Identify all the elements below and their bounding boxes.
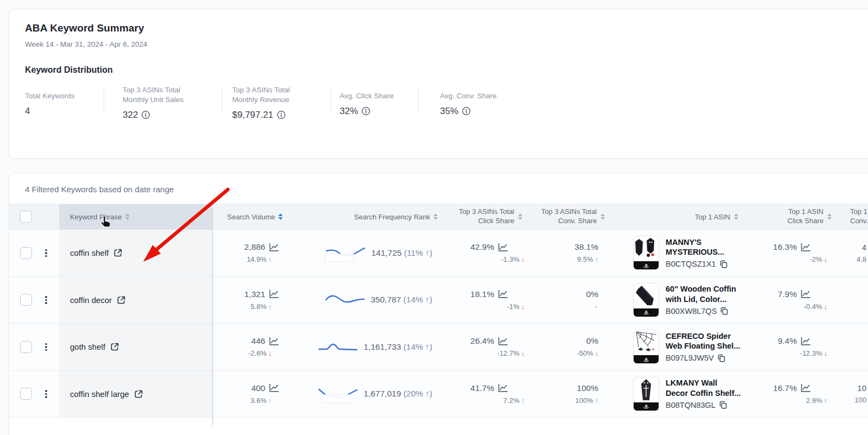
product-thumbnail[interactable]: a	[633, 330, 659, 364]
copy-icon[interactable]	[719, 260, 728, 269]
trend-arrow	[269, 255, 272, 263]
product-thumbnail[interactable]: a	[633, 377, 659, 411]
svg-text:a: a	[644, 356, 648, 362]
trend-chart-icon[interactable]	[269, 243, 279, 252]
external-link-icon[interactable]	[134, 389, 143, 399]
rank-change: (14% ↑)	[404, 295, 432, 304]
trend-arrow	[521, 396, 525, 405]
info-icon[interactable]	[361, 106, 371, 116]
copy-icon[interactable]	[720, 306, 729, 316]
stat-total-keywords: Total Keywords 4	[25, 85, 104, 117]
column-header-search-volume[interactable]: Search Volume	[212, 204, 288, 229]
stat-label: Top 3 ASINs Total Monthly Unit Sales	[123, 85, 205, 105]
trend-arrow	[521, 349, 525, 357]
row-checkbox[interactable]	[20, 388, 32, 400]
search-frequency-rank-cell: 350,787 (14% ↑)	[288, 277, 440, 324]
row-checkbox[interactable]	[20, 247, 32, 259]
search-volume-cell: 400 3.6%	[212, 371, 288, 418]
trend-chart-icon[interactable]	[269, 289, 279, 299]
top3-click-share-cell: 26.4% -12.7%	[440, 324, 532, 370]
keyword-phrase[interactable]: coffin shelf large	[70, 389, 129, 399]
table-row: coffin shelf large 400 3.6% 1,677,019 (2…	[9, 371, 868, 418]
header-label: Top 3 ASINs TotalConv. Share	[541, 207, 597, 226]
product-title[interactable]: 60" Wooden Coffinwith Lid, Color...	[666, 284, 736, 304]
column-header-keyword-phrase[interactable]: Keyword Phrase	[59, 204, 212, 229]
keyword-cell[interactable]: coffin decor	[59, 277, 212, 324]
copy-icon[interactable]	[717, 354, 726, 363]
keyword-cell[interactable]: goth shelf	[59, 324, 212, 370]
copy-icon[interactable]	[719, 400, 727, 409]
trend-arrow	[269, 302, 272, 311]
rank-change: (11% ↑)	[404, 248, 432, 257]
keyword-phrase[interactable]: coffin shelf	[70, 248, 108, 257]
info-icon[interactable]	[462, 106, 471, 116]
top1-click-share-cell: 16.3% -2%	[744, 230, 836, 276]
top1-conv-share-cell: 44.8	[836, 230, 868, 276]
trend-arrow	[595, 396, 599, 405]
trend-arrow	[824, 302, 828, 311]
table-row: goth shelf 446 -2.6% 1,161,733 (14% ↑) 2…	[9, 324, 868, 371]
header-label: Top 1 ASINClick Share	[788, 207, 824, 226]
trend-chart-icon[interactable]	[800, 243, 811, 252]
product-thumbnail[interactable]: a	[633, 236, 659, 270]
trend-arrow	[824, 396, 828, 405]
stat-label: Avg. Click Share	[340, 85, 418, 101]
top1-asin-cell: a LKMANY WallDecor Coffin Shelf... B08TQ…	[614, 371, 744, 418]
trend-chart-icon[interactable]	[497, 289, 508, 299]
stat-label: Top 3 ASINs Total Monthly Revenue	[232, 85, 309, 105]
stat-label: Avg. Conv. Share	[440, 85, 582, 101]
trend-chart-icon[interactable]	[269, 383, 279, 393]
trend-chart-icon[interactable]	[269, 337, 279, 346]
external-link-icon[interactable]	[113, 248, 123, 257]
row-menu-button[interactable]	[45, 248, 47, 259]
column-header-top1-conv-share[interactable]: Top 1 ASINConv. Share	[836, 204, 868, 229]
sort-icon	[518, 213, 522, 220]
trend-chart-icon[interactable]	[800, 383, 811, 393]
trend-chart-icon[interactable]	[497, 383, 508, 393]
product-thumbnail[interactable]: a	[633, 283, 659, 317]
product-title[interactable]: CEFRECO SpiderWeb Floating Shel...	[666, 331, 741, 351]
column-header-top3-click-share[interactable]: Top 3 ASINs TotalClick Share	[440, 204, 532, 229]
search-volume-cell: 446 -2.6%	[212, 324, 288, 370]
keyword-phrase[interactable]: goth shelf	[70, 342, 105, 351]
column-header-top1-asin[interactable]: Top 1 ASIN	[614, 204, 744, 229]
keyword-column-separator	[212, 208, 213, 425]
external-link-icon[interactable]	[110, 342, 119, 351]
keyword-phrase[interactable]: coffin decor	[70, 295, 112, 305]
rank-change: (20% ↑)	[404, 389, 432, 398]
top1-click-share-cell: 9.4% -12.3%	[744, 324, 836, 370]
product-title[interactable]: MANNY'SMYSTERIOUS...	[666, 237, 728, 257]
keyword-cell[interactable]: coffin shelf large	[59, 371, 212, 418]
trend-arrow	[595, 255, 599, 263]
product-title[interactable]: LKMANY WallDecor Coffin Shelf...	[666, 378, 741, 398]
filtered-keywords-card: 4 Filtered Keywords based on date range …	[9, 173, 868, 435]
row-menu-button[interactable]	[45, 342, 47, 352]
asin-code: B097L9JW5V	[666, 354, 714, 362]
trend-chart-icon[interactable]	[800, 337, 811, 346]
top3-click-share-cell: 42.9% -1.3%	[440, 230, 532, 276]
trend-chart-icon[interactable]	[800, 289, 811, 299]
row-checkbox[interactable]	[20, 294, 32, 306]
info-icon[interactable]	[141, 110, 150, 119]
header-label: Top 3 ASINs TotalClick Share	[459, 207, 514, 226]
row-checkbox[interactable]	[20, 341, 32, 353]
info-icon[interactable]	[277, 110, 286, 119]
stat-value: $9,797.21	[232, 110, 273, 121]
keyword-cell[interactable]: coffin shelf	[59, 230, 212, 276]
select-all-checkbox[interactable]	[20, 211, 32, 223]
trend-arrow	[824, 255, 828, 263]
svg-text:a: a	[644, 403, 648, 408]
sort-icon	[433, 213, 438, 220]
column-header-top1-click-share[interactable]: Top 1 ASINClick Share	[744, 204, 836, 229]
rank-value: 1,161,733	[363, 342, 401, 351]
column-header-top3-conv-share[interactable]: Top 3 ASINs TotalConv. Share	[532, 204, 614, 229]
row-menu-button[interactable]	[45, 295, 47, 305]
rank-value: 350,787	[371, 295, 401, 304]
column-header-search-frequency-rank[interactable]: Search Frequency Rank	[288, 204, 440, 229]
trend-chart-icon[interactable]	[497, 243, 508, 252]
stat-label: Total Keywords	[25, 85, 104, 101]
trend-chart-icon[interactable]	[497, 337, 508, 346]
stat-avg-conv-share: Avg. Conv. Share 35%	[419, 85, 582, 117]
external-link-icon[interactable]	[117, 295, 126, 305]
row-menu-button[interactable]	[45, 389, 47, 399]
